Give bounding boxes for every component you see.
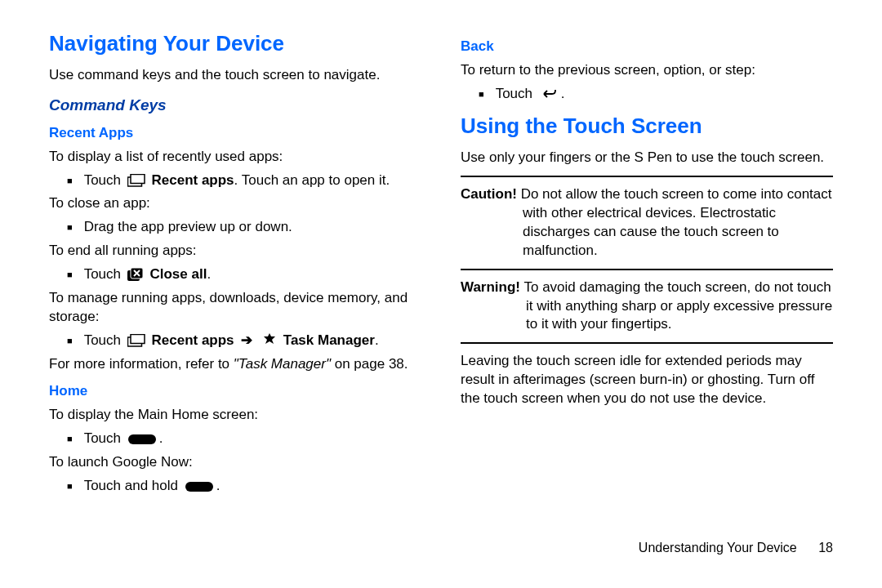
bullet: Touch Close all. <box>67 265 421 284</box>
footer-page-number: 18 <box>818 541 833 555</box>
warning-text: To avoid damaging the touch screen, do n… <box>520 279 832 332</box>
text: To end all running apps: <box>49 242 421 261</box>
bullet: Touch Recent apps ➔ Task Manager. <box>67 332 421 350</box>
text: . <box>375 332 379 348</box>
text-bold: Close all <box>149 266 207 282</box>
text: For more information, refer to <box>49 356 234 372</box>
text-idle: Leaving the touch screen idle for extend… <box>461 352 833 408</box>
text-xref: For more information, refer to "Task Man… <box>49 355 421 374</box>
text: Touch <box>84 332 125 348</box>
back-icon <box>539 87 559 100</box>
bullet: Touch . <box>479 85 833 104</box>
text: Touch <box>84 172 125 188</box>
text-bold: Task Manager <box>283 332 375 348</box>
arrow-icon: ➔ <box>238 332 256 348</box>
page-footer: Understanding Your Device 18 <box>639 541 833 555</box>
caution-text: Do not allow the touch screen to come in… <box>517 186 832 258</box>
page: Navigating Your Device Use command keys … <box>0 0 882 588</box>
text: . <box>159 430 163 446</box>
text: To return to the previous screen, option… <box>461 61 833 80</box>
home-button-icon <box>127 434 157 445</box>
text: Touch <box>84 430 125 446</box>
recent-apps-icon <box>127 334 145 347</box>
bullet: Touch and hold . <box>67 477 421 496</box>
warning-label: Warning! <box>461 279 520 295</box>
svg-rect-5 <box>131 335 145 344</box>
text: Touch <box>496 86 537 101</box>
task-manager-icon <box>262 332 277 347</box>
text-bold: Recent apps <box>151 172 234 188</box>
bullet: Touch Recent apps. Touch an app to open … <box>67 172 421 190</box>
divider <box>461 176 833 177</box>
svg-rect-8 <box>185 482 213 492</box>
text: . Touch an app to open it. <box>234 172 390 188</box>
text-intro: Use command keys and the touch screen to… <box>49 66 421 85</box>
heading1-touchscreen: Using the Touch Screen <box>461 112 833 140</box>
text-intro: Use only your fingers or the S Pen to us… <box>461 149 833 167</box>
footer-chapter: Understanding Your Device <box>639 541 797 555</box>
svg-rect-1 <box>131 174 145 183</box>
home-button-icon <box>185 481 214 492</box>
text: To display the Main Home screen: <box>49 406 421 425</box>
heading3-home: Home <box>49 382 421 401</box>
text: To display a list of recently used apps: <box>49 148 421 167</box>
text: To manage running apps, downloads, devic… <box>49 289 421 327</box>
text: . <box>216 478 220 493</box>
caution-block: Caution! Do not allow the touch screen t… <box>461 185 833 261</box>
text: Drag the app preview up or down. <box>84 218 292 237</box>
text-bold: Recent apps <box>151 332 234 348</box>
heading2-command-keys: Command Keys <box>49 95 421 116</box>
divider <box>461 342 833 344</box>
close-all-icon <box>127 268 144 281</box>
warning-block: Warning! To avoid damaging the touch scr… <box>461 278 833 335</box>
caution-label: Caution! <box>461 186 517 202</box>
text: . <box>207 266 211 282</box>
text-italic: "Task Manager" <box>234 356 331 372</box>
divider <box>461 269 833 270</box>
text: . <box>561 86 565 101</box>
text: Touch <box>84 266 125 282</box>
column-right: Back To return to the previous screen, o… <box>441 29 843 559</box>
text: To launch Google Now: <box>49 453 421 472</box>
bullet: Touch . <box>67 430 421 448</box>
svg-rect-7 <box>128 434 156 444</box>
bullet: Drag the app preview up or down. <box>67 218 421 237</box>
heading1-navigating: Navigating Your Device <box>49 29 421 58</box>
recent-apps-icon <box>127 174 145 187</box>
column-left: Navigating Your Device Use command keys … <box>39 29 441 559</box>
svg-marker-6 <box>264 333 275 344</box>
heading3-back: Back <box>461 38 833 56</box>
heading3-recent-apps: Recent Apps <box>49 124 421 143</box>
text: Touch and hold <box>84 478 182 493</box>
text: on page 38. <box>331 356 408 372</box>
text: To close an app: <box>49 194 421 213</box>
